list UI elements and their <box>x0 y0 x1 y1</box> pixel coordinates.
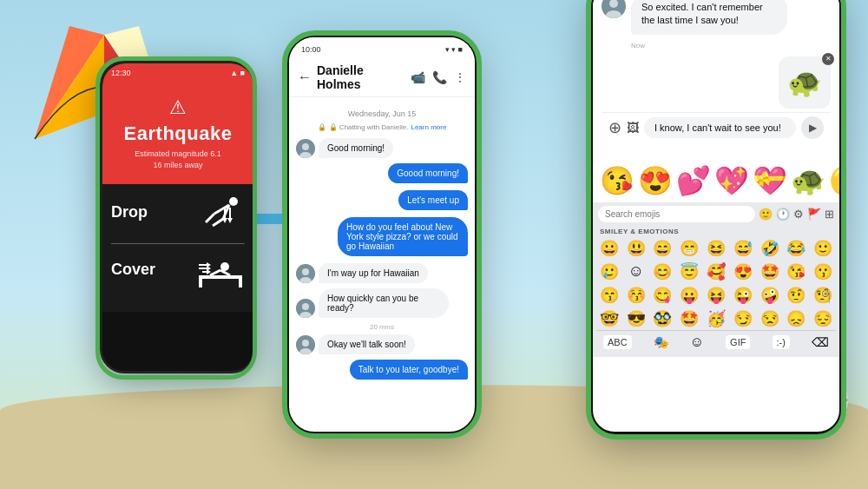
earthquake-title: Earthquake <box>111 122 245 145</box>
sticker-heart-eyes[interactable]: 😍 <box>638 164 673 197</box>
drop-label: Drop <box>111 203 148 221</box>
sticker-hearts[interactable]: 💕 <box>676 164 711 197</box>
emoji-cell[interactable]: 😙 <box>596 284 622 307</box>
time-display: 12:30 <box>111 69 131 77</box>
emoji-cell[interactable]: 😆 <box>703 237 729 260</box>
date-label: Wednesday, Jun 15 <box>296 109 468 118</box>
emoji-grid: 😀 😃 😄 😁 😆 😅 🤣 😂 🙂 🥲 ☺️ 😊 😇 🥰 😍 🤩 😘 😗 😙 😚… <box>596 237 836 330</box>
emoji-stickers-row: 😘 😍 💕 💖 💝 🐢 🟡 <box>593 159 839 202</box>
svg-line-4 <box>206 214 214 222</box>
sticker-yellow[interactable]: 🟡 <box>829 164 839 197</box>
sticker-keyboard-button[interactable]: 🎭 <box>654 335 668 349</box>
emoji-tab-flag[interactable]: 🚩 <box>807 208 821 221</box>
avatar-danielle-3 <box>296 299 315 318</box>
emoji-cell[interactable]: 😀 <box>596 237 622 260</box>
emoji-cell[interactable]: 🥲 <box>596 261 622 283</box>
sticker-ribbon-heart[interactable]: 💝 <box>753 164 787 197</box>
emoji-cell[interactable]: 😄 <box>650 237 676 260</box>
emoji-cell[interactable]: 😊 <box>650 261 676 283</box>
emoji-cell[interactable]: 😇 <box>676 261 702 283</box>
emoji-cell[interactable]: 🤨 <box>783 284 809 307</box>
emoji-cell[interactable]: 🙂 <box>810 237 836 260</box>
message-time: 20 mins <box>296 323 468 331</box>
emoji-cell[interactable]: 😛 <box>676 284 702 307</box>
earthquake-subtitle: Estimated magnitude 6.1 16 miles away <box>111 149 245 170</box>
message-input[interactable] <box>644 117 796 138</box>
emoji-cell[interactable]: 😏 <box>730 307 756 330</box>
emoji-cell[interactable]: 😁 <box>676 237 702 260</box>
earthquake-instructions: Drop Cover <box>102 184 253 312</box>
gif-button[interactable]: GIF <box>726 335 750 349</box>
emoticon-button[interactable]: :-) <box>773 335 790 349</box>
emoji-cell[interactable]: 😋 <box>650 284 676 307</box>
sticker-sparkling-heart[interactable]: 💖 <box>714 164 749 197</box>
emoji-cell[interactable]: 🥸 <box>650 307 676 330</box>
message-received-2: I'm way up for Hawaiian <box>296 263 468 283</box>
learn-more-link[interactable]: Learn more <box>411 123 446 131</box>
emoji-cell[interactable]: 🤪 <box>757 284 783 307</box>
emoji-cell[interactable]: 😚 <box>623 284 649 307</box>
backspace-button[interactable]: ⌫ <box>812 335 829 349</box>
more-options-icon[interactable]: ⋮ <box>454 70 466 84</box>
bubble-sent-4: Talk to you later, goodbye! <box>350 360 468 380</box>
svg-point-2 <box>229 197 238 206</box>
emoji-cell[interactable]: 🤩 <box>757 261 783 283</box>
bubble-sent: Goood morning! <box>388 163 468 183</box>
messages-header: ← Danielle Holmes 📹 📞 ⋮ <box>289 58 475 97</box>
back-button[interactable]: ← <box>298 69 312 85</box>
message-sent-2: Let's meet up <box>296 190 468 214</box>
emoji-tab-clock[interactable]: 🕐 <box>776 208 790 221</box>
emoji-bubble-received: So excited. I can't remember the last ti… <box>631 0 787 35</box>
close-sticker-button[interactable]: ✕ <box>822 53 834 65</box>
emoji-cell[interactable]: 🥳 <box>703 307 729 330</box>
emoji-cell[interactable]: 😝 <box>703 284 729 307</box>
emoji-cell[interactable]: 🥰 <box>703 261 729 283</box>
emoji-cell[interactable]: 🧐 <box>810 284 836 307</box>
emoji-cell[interactable]: 😃 <box>623 237 649 260</box>
video-call-icon[interactable]: 📹 <box>411 70 425 84</box>
emoji-cell[interactable]: 😍 <box>730 261 756 283</box>
emoji-cell[interactable]: ☺️ <box>623 261 649 283</box>
battery-icon: ▲ ■ <box>230 69 245 77</box>
emoji-cell[interactable]: 😅 <box>730 237 756 260</box>
cover-instruction: Cover <box>111 251 245 287</box>
voice-call-icon[interactable]: 📞 <box>432 70 447 84</box>
sticker-turtle[interactable]: 🐢 <box>791 164 825 197</box>
phone-left: 12:30 ▲ ■ ⚠ Earthquake Estimated magnitu… <box>100 61 256 373</box>
svg-rect-12 <box>199 279 202 287</box>
bubble-sent: How do you feel about New York style piz… <box>338 217 468 256</box>
message-received-4: Okay we'll talk soon! <box>296 334 468 354</box>
emoji-cell[interactable]: 😂 <box>783 237 809 260</box>
cover-figure-icon <box>197 251 245 287</box>
phone-right: So excited. I can't remember the last ti… <box>590 0 842 434</box>
emoji-category-label: SMILEY & EMOTIONS <box>596 226 836 237</box>
emoji-cell[interactable]: 😎 <box>623 307 649 330</box>
emoji-cell[interactable]: 😘 <box>783 261 809 283</box>
abc-button[interactable]: ABC <box>603 335 632 349</box>
svg-rect-11 <box>199 275 242 279</box>
emoji-cell[interactable]: 🤣 <box>757 237 783 260</box>
cover-label: Cover <box>111 261 155 279</box>
emoji-tab-settings[interactable]: ⚙ <box>793 208 804 221</box>
emoji-tab-grid[interactable]: ⊞ <box>825 208 834 221</box>
sticker-button[interactable]: 🖼 <box>627 121 639 135</box>
add-attachment-icon[interactable]: ⊕ <box>608 118 621 137</box>
emoji-cell[interactable]: 😔 <box>810 307 836 330</box>
emoji-cell[interactable]: 🤩 <box>676 307 702 330</box>
send-button[interactable]: ▶ <box>801 116 824 139</box>
emoji-search-input[interactable] <box>598 206 755 222</box>
svg-marker-8 <box>222 218 227 223</box>
emoji-cell[interactable]: 😗 <box>810 261 836 283</box>
emoji-keyboard-button[interactable]: ☺ <box>690 334 704 350</box>
sticker-kiss[interactable]: 😘 <box>600 164 635 197</box>
keyboard-bottom-bar: ABC 🎭 ☺ GIF :-) ⌫ <box>596 330 836 354</box>
emoji-cell[interactable]: 😞 <box>783 307 809 330</box>
emoji-cell[interactable]: 🤓 <box>596 307 622 330</box>
bubble-received-2: I'm way up for Hawaiian <box>319 263 428 283</box>
emoji-cell[interactable]: 😒 <box>757 307 783 330</box>
emoji-tab-smileys[interactable]: 🙂 <box>759 208 773 221</box>
emoji-received-message: So excited. I can't remember the last ti… <box>602 0 831 35</box>
svg-marker-20 <box>207 269 211 274</box>
contact-name: Danielle Holmes <box>317 63 405 91</box>
emoji-cell[interactable]: 😜 <box>730 284 756 307</box>
